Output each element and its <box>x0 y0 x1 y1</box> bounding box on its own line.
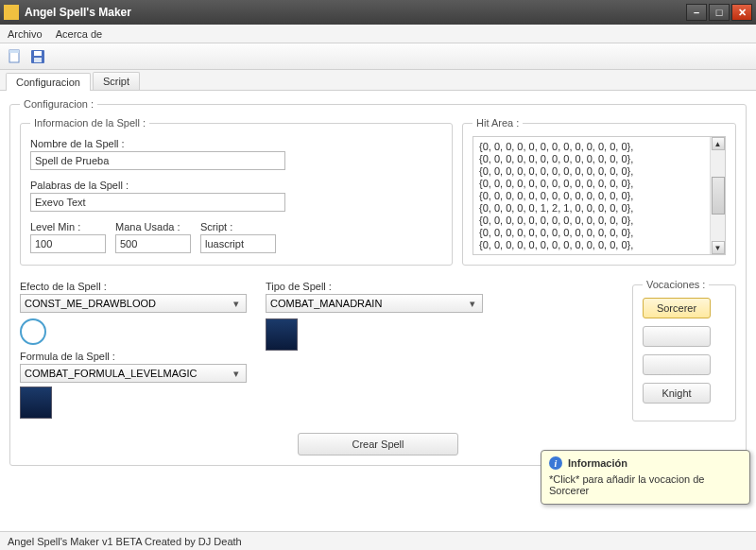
chevron-down-icon: ▾ <box>465 298 480 310</box>
combo-effect-value: CONST_ME_DRAWBLOOD <box>25 298 156 309</box>
combo-type[interactable]: COMBAT_MANADRAIN ▾ <box>266 294 483 313</box>
type-preview-icon <box>266 318 298 351</box>
hitarea-line: {0, 0, 0, 0, 0, 0, 0, 0, 0, 0, 0, 0, 0}, <box>479 165 723 178</box>
input-spell-words[interactable] <box>30 193 285 212</box>
tabstrip: Configuracion Script <box>0 70 756 91</box>
hitarea-line: {0, 0, 0, 0, 0, 0, 0, 0, 0, 0, 0, 0, 0}, <box>479 178 723 190</box>
menu-about[interactable]: Acerca de <box>56 28 103 40</box>
app-icon <box>4 5 19 20</box>
svg-rect-3 <box>34 51 42 56</box>
combo-type-value: COMBAT_MANADRAIN <box>270 298 382 309</box>
minimize-button[interactable]: – <box>686 4 707 21</box>
combo-effect[interactable]: CONST_ME_DRAWBLOOD ▾ <box>20 294 247 313</box>
status-text: Angel Spell's Maker v1 BETA Created by D… <box>8 536 242 547</box>
svg-rect-4 <box>34 58 42 62</box>
label-script: Script : <box>200 221 276 232</box>
hitarea-line: {0, 0, 0, 0, 0, 0, 0, 0, 0, 0, 0, 0, 0}, <box>479 141 723 153</box>
scroll-down-icon[interactable]: ▼ <box>712 241 725 254</box>
hitarea-line: {0, 0, 0, 0, 0, 1, 2, 1, 0, 0, 0, 0, 0}, <box>479 202 723 215</box>
combo-formula[interactable]: COMBAT_FORMULA_LEVELMAGIC ▾ <box>20 364 247 383</box>
scroll-up-icon[interactable]: ▲ <box>712 137 725 150</box>
info-icon: i <box>549 456 562 470</box>
formula-preview-icon <box>20 387 52 419</box>
label-name: Nombre de la Spell : <box>30 138 442 149</box>
svg-rect-1 <box>9 50 19 53</box>
vocation-hidden-button-2[interactable] <box>643 354 711 375</box>
tab-script[interactable]: Script <box>93 72 140 90</box>
toolbar <box>0 43 756 70</box>
legend-info: Informacion de la Spell : <box>30 117 149 129</box>
hitarea-line: {0, 0, 0, 0, 0, 0, 0, 0, 0, 0, 0, 0, 0}, <box>479 215 723 227</box>
hitarea-line: {0, 0, 0, 0, 0, 0, 0, 0, 0, 0, 0, 0, 0}, <box>479 227 723 239</box>
input-level-min[interactable] <box>30 234 106 253</box>
menu-file[interactable]: Archivo <box>8 28 43 40</box>
vocation-knight-button[interactable]: Knight <box>643 383 711 404</box>
label-mana: Mana Usada : <box>115 221 191 232</box>
tooltip-balloon: i Información *Click* para añadir la voc… <box>541 450 750 505</box>
group-vocaciones: Vocaciones : Sorcerer Knight <box>632 279 736 421</box>
close-button[interactable]: ✕ <box>731 4 752 21</box>
titlebar: Angel Spell's Maker – □ ✕ <box>0 0 756 25</box>
new-file-icon[interactable] <box>8 49 23 64</box>
legend-vocaciones: Vocaciones : <box>643 279 709 290</box>
group-info-spell: Informacion de la Spell : Nombre de la S… <box>20 117 453 266</box>
menubar: Archivo Acerca de <box>0 25 756 43</box>
label-level: Level Min : <box>30 221 106 232</box>
statusbar: Angel Spell's Maker v1 BETA Created by D… <box>0 531 756 550</box>
label-effect: Efecto de la Spell : <box>20 281 256 292</box>
hitarea-line: {0, 0, 0, 0, 0, 0, 0, 0, 0, 0, 0, 0, 0}, <box>479 190 723 202</box>
group-configuracion: Configuracion : Informacion de la Spell … <box>9 98 747 466</box>
vocation-hidden-button-1[interactable] <box>643 326 711 347</box>
legend-configuracion: Configuracion : <box>20 98 97 110</box>
label-type: Tipo de Spell : <box>266 281 492 292</box>
input-spell-name[interactable] <box>30 151 285 170</box>
input-mana[interactable] <box>115 234 191 253</box>
hitarea-line: {0, 0, 0, 0, 0, 0, 0, 0, 0, 0, 0, 0, 0}, <box>479 239 723 251</box>
scroll-thumb[interactable] <box>712 177 725 215</box>
effect-preview-icon <box>20 318 46 345</box>
tooltip-body: *Click* para añadir la vocacion de Sorce… <box>549 473 742 496</box>
input-script[interactable] <box>200 234 276 253</box>
vocation-sorcerer-button[interactable]: Sorcerer <box>643 298 711 318</box>
hitarea-line: {0, 0, 0, 0, 0, 0, 0, 0, 0, 0, 0, 0, 0}, <box>479 153 723 165</box>
tab-configuracion[interactable]: Configuracion <box>6 73 91 91</box>
hitarea-text[interactable]: {0, 0, 0, 0, 0, 0, 0, 0, 0, 0, 0, 0, 0},… <box>472 136 726 255</box>
combo-formula-value: COMBAT_FORMULA_LEVELMAGIC <box>25 368 198 379</box>
hitarea-scrollbar[interactable]: ▲ ▼ <box>710 137 725 254</box>
window-title: Angel Spell's Maker <box>25 6 684 19</box>
label-formula: Formula de la Spell : <box>20 351 256 362</box>
maximize-button[interactable]: □ <box>709 4 730 21</box>
save-icon[interactable] <box>30 49 45 64</box>
tooltip-title: Información <box>568 457 627 469</box>
content-area: Configuracion : Informacion de la Spell … <box>0 91 756 479</box>
create-spell-button[interactable]: Crear Spell <box>298 433 458 455</box>
chevron-down-icon: ▾ <box>229 298 244 310</box>
group-hitarea: Hit Area : {0, 0, 0, 0, 0, 0, 0, 0, 0, 0… <box>462 117 736 266</box>
chevron-down-icon: ▾ <box>229 368 244 380</box>
label-words: Palabras de la Spell : <box>30 180 442 191</box>
legend-hitarea: Hit Area : <box>472 117 523 129</box>
